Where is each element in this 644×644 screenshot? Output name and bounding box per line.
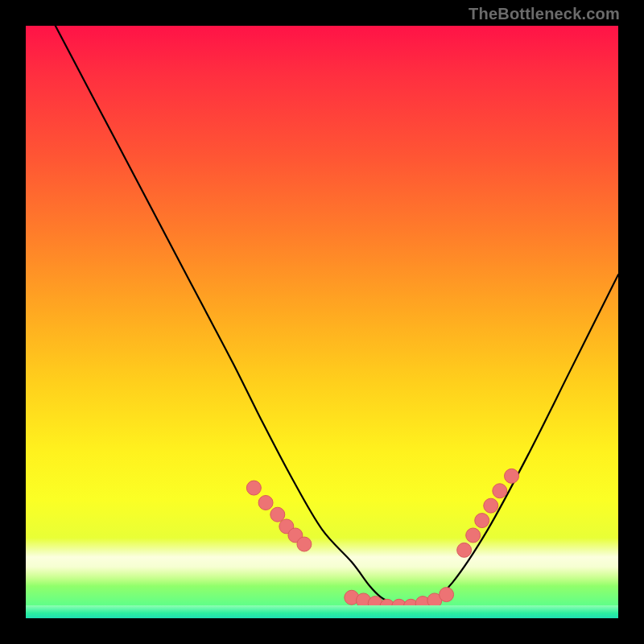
data-marker <box>258 495 273 510</box>
data-marker <box>270 507 285 522</box>
marker-group-valley-floor <box>345 588 454 614</box>
data-marker <box>297 537 312 551</box>
data-marker <box>380 599 394 613</box>
data-marker <box>279 519 294 534</box>
data-marker <box>484 498 498 513</box>
data-marker <box>403 599 418 613</box>
bottleneck-curve <box>56 26 618 607</box>
data-marker <box>505 469 519 483</box>
watermark-text: TheBottleneck.com <box>469 5 620 23</box>
data-marker <box>427 593 442 608</box>
data-marker <box>368 597 382 611</box>
data-marker <box>457 543 472 557</box>
data-marker <box>357 593 371 608</box>
marker-group-left-shoulder <box>246 481 312 551</box>
plot-area <box>26 26 618 618</box>
data-marker <box>475 514 489 528</box>
data-marker <box>246 481 261 495</box>
data-marker <box>392 599 407 613</box>
data-marker <box>415 597 430 611</box>
marker-group-right-shoulder <box>457 469 519 557</box>
data-marker <box>440 588 454 602</box>
data-marker <box>493 484 507 498</box>
data-marker <box>345 590 359 605</box>
chart-stage: TheBottleneck.com <box>0 0 644 644</box>
data-marker <box>288 528 303 543</box>
curve-layer <box>26 26 618 618</box>
data-marker <box>466 528 481 543</box>
